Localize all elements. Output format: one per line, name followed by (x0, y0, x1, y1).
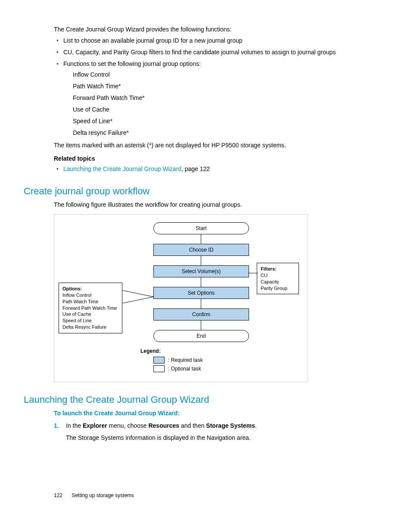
filters-line: Parity Group (261, 285, 295, 292)
launch-subheading: To launch the Create Journal Group Wizar… (54, 410, 377, 417)
filters-sidebox: Filters: CU Capacity Parity Group (257, 263, 299, 294)
svg-line-1 (122, 297, 153, 303)
end-node: End (153, 330, 249, 342)
page-footer: 122 Setting up storage systems (54, 492, 134, 498)
related-link-suffix: , page 122 (181, 165, 210, 172)
bullet-item: Functions to set the following journal g… (54, 59, 377, 137)
legend-swatch-required (153, 357, 165, 364)
step-text: . (255, 422, 257, 429)
legend-swatch-optional (153, 365, 165, 372)
flow-column: Start Choose ID Select Volume(s) Set Opt… (153, 222, 248, 342)
step-text: menu, choose (107, 422, 149, 429)
set-options-node: Set Options (153, 287, 249, 299)
related-item: Launching the Create Journal Group Wizar… (54, 165, 377, 174)
start-node: Start (153, 222, 249, 234)
options-line: Use of Cache (62, 311, 118, 317)
options-line: Forward Path Watch Time (62, 305, 118, 311)
step-bold: Explorer (83, 422, 107, 429)
confirm-node: Confirm (153, 308, 249, 320)
connector-line (201, 299, 201, 308)
options-line: Delta Resync Failure (62, 324, 118, 330)
connector-line (201, 234, 201, 244)
asterisk-note: The items marked with an asterisk (*) ar… (54, 141, 377, 150)
related-list: Launching the Create Journal Group Wizar… (54, 165, 377, 174)
step-text: and then (179, 422, 206, 429)
options-connector-line (122, 290, 153, 303)
option-item: Use of Cache (73, 105, 377, 114)
legend-row-required: : Required task (153, 357, 203, 364)
connector-line (201, 277, 201, 287)
choose-id-node: Choose ID (153, 244, 249, 256)
svg-line-0 (122, 290, 153, 297)
workflow-desc: The following figure illustrates the wor… (54, 201, 377, 208)
option-item: Inflow Control (73, 70, 377, 79)
related-topics-heading: Related topics (54, 155, 377, 162)
options-sidebox: Options: Inflow Control Path Watch Time … (59, 283, 122, 333)
options-sublist: Inflow Control Path Watch Time* Forward … (63, 70, 377, 137)
bullet-item: List to choose an available journal grou… (54, 36, 377, 45)
option-item: Speed of Line* (73, 117, 377, 126)
workflow-diagram: Start Choose ID Select Volume(s) Set Opt… (54, 214, 308, 382)
step-text: In the (66, 422, 83, 429)
diagram-legend: Legend: : Required task : Optional task (140, 348, 203, 374)
option-item: Path Watch Time* (73, 82, 377, 91)
launch-content: To launch the Create Journal Group Wizar… (54, 410, 377, 443)
connector-line (201, 256, 201, 265)
page-number: 122 (54, 492, 62, 498)
filters-connector-line (248, 271, 258, 276)
step-bold: Resources (148, 422, 179, 429)
workflow-content: The following figure illustrates the wor… (54, 201, 377, 382)
step-bold: Storage Systems (206, 422, 255, 429)
steps-list: 1. In the Explorer menu, choose Resource… (54, 421, 377, 443)
page: The Create Journal Group Wizard provides… (0, 0, 411, 532)
options-line: Speed of Line (62, 317, 118, 324)
step-item: 1. In the Explorer menu, choose Resource… (54, 421, 377, 443)
bullet-list: List to choose an available journal grou… (54, 36, 377, 137)
related-link[interactable]: Launching the Create Journal Group Wizar… (63, 165, 181, 172)
option-item: Forward Path Watch Time* (73, 93, 377, 103)
options-line: Path Watch Time (62, 299, 118, 305)
legend-label: : Optional task (168, 366, 201, 372)
connector-line (201, 320, 201, 330)
legend-label: : Required task (168, 357, 203, 363)
intro-text: The Create Journal Group Wizard provides… (54, 26, 377, 33)
content-block: The Create Journal Group Wizard provides… (54, 26, 377, 174)
option-item: Delta resync Failure* (73, 128, 377, 137)
step-number: 1. (54, 421, 59, 430)
launch-heading: Launching the Create Journal Group Wizar… (24, 394, 377, 405)
bullet-text: Functions to set the following journal g… (63, 60, 201, 67)
bullet-item: CU, Capacity, and Parity Group filters t… (54, 48, 377, 57)
legend-title: Legend: (140, 348, 203, 354)
select-volumes-node: Select Volume(s) (153, 265, 249, 277)
workflow-heading: Create journal group workflow (24, 186, 377, 197)
filters-header: Filters: (261, 266, 295, 272)
filters-line: Capacity (261, 279, 295, 285)
step-subtext: The Storage Systems information is displ… (66, 433, 377, 442)
footer-section: Setting up storage systems (72, 492, 134, 498)
options-line: Inflow Control (62, 292, 118, 299)
options-header: Options: (62, 286, 118, 292)
legend-row-optional: : Optional task (153, 365, 203, 372)
filters-line: CU (261, 272, 295, 279)
